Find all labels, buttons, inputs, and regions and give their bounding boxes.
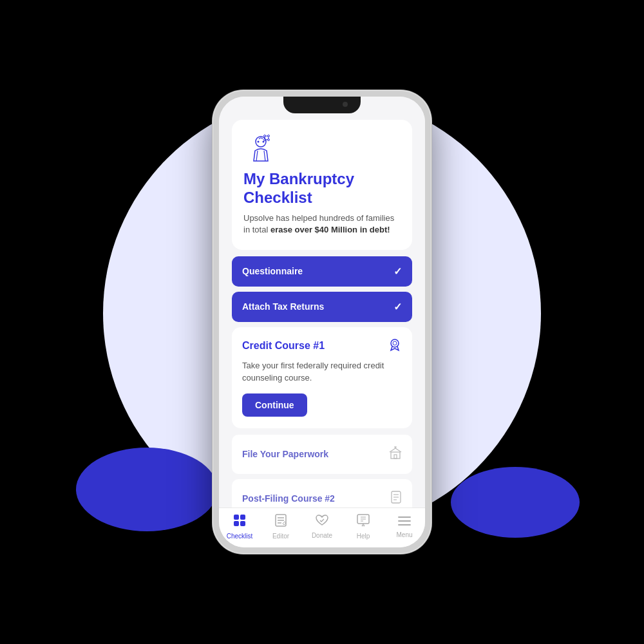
- courthouse-icon: [389, 446, 402, 462]
- nav-item-checklist[interactable]: Checklist: [219, 513, 260, 540]
- nav-item-menu[interactable]: Menu: [384, 515, 425, 538]
- phone-screen: My Bankruptcy Checklist Upsolve has help…: [219, 97, 425, 547]
- svg-rect-10: [391, 452, 400, 459]
- nav-donate-label: Donate: [312, 532, 332, 539]
- tax-returns-check-icon: ✓: [393, 301, 402, 313]
- header-card: My Bankruptcy Checklist Upsolve has help…: [232, 120, 412, 250]
- questionnaire-item[interactable]: Questionnaire ✓: [232, 256, 412, 287]
- badge-icon: [388, 337, 402, 355]
- phone-frame: My Bankruptcy Checklist Upsolve has help…: [213, 90, 431, 554]
- page-subtitle: Upsolve has helped hundreds of families …: [243, 213, 401, 236]
- svg-point-2: [263, 141, 265, 143]
- help-nav-icon: [356, 513, 370, 531]
- nav-item-donate[interactable]: Donate: [301, 514, 343, 539]
- credit-course-header: Credit Course #1: [242, 337, 402, 355]
- svg-point-1: [258, 141, 260, 143]
- questionnaire-check-icon: ✓: [393, 265, 402, 278]
- svg-point-7: [264, 139, 266, 141]
- svg-rect-23: [234, 521, 239, 526]
- nav-checklist-label: Checklist: [227, 533, 253, 540]
- page-title: My Bankruptcy Checklist: [243, 170, 401, 207]
- questionnaire-label: Questionnaire: [242, 266, 303, 276]
- post-filing-item[interactable]: Post-Filing Course #2: [232, 479, 412, 507]
- tax-returns-item[interactable]: Attach Tax Returns ✓: [232, 292, 412, 322]
- donate-nav-icon: [315, 514, 329, 530]
- editor-nav-icon: [274, 513, 287, 531]
- svg-rect-11: [394, 455, 397, 459]
- svg-point-6: [268, 139, 270, 141]
- document-icon: [390, 491, 402, 507]
- nav-editor-label: Editor: [272, 533, 289, 540]
- phone-camera: [343, 102, 348, 107]
- menu-nav-icon: [397, 515, 412, 529]
- svg-point-4: [264, 135, 266, 137]
- post-filing-label: Post-Filing Course #2: [242, 493, 335, 504]
- nav-item-help[interactable]: Help: [343, 513, 384, 540]
- svg-point-5: [268, 135, 270, 137]
- screen-content[interactable]: My Bankruptcy Checklist Upsolve has help…: [219, 97, 425, 507]
- continue-button[interactable]: Continue: [242, 393, 307, 417]
- credit-course-card: Credit Course #1 Take your first federal…: [232, 327, 412, 428]
- svg-rect-21: [234, 515, 239, 520]
- checklist-nav-icon: [232, 513, 247, 531]
- tax-returns-label: Attach Tax Returns: [242, 301, 324, 312]
- logo-illustration: [243, 133, 278, 167]
- scene: My Bankruptcy Checklist Upsolve has help…: [0, 0, 644, 644]
- credit-course-desc: Take your first federally required credi…: [242, 360, 402, 384]
- phone-notch: [283, 97, 361, 113]
- nav-help-label: Help: [357, 533, 370, 540]
- svg-point-8: [391, 339, 399, 347]
- background-blob-right: [451, 467, 580, 538]
- bottom-nav: Checklist Editor: [219, 507, 425, 547]
- nav-item-editor[interactable]: Editor: [260, 513, 301, 540]
- file-paperwork-item[interactable]: File Your Paperwork: [232, 435, 412, 474]
- svg-rect-22: [240, 515, 245, 520]
- nav-menu-label: Menu: [396, 531, 412, 538]
- svg-rect-24: [240, 521, 245, 526]
- background-blob-left: [76, 448, 218, 531]
- file-paperwork-label: File Your Paperwork: [242, 449, 328, 459]
- svg-point-9: [393, 341, 397, 345]
- credit-course-title: Credit Course #1: [242, 340, 325, 352]
